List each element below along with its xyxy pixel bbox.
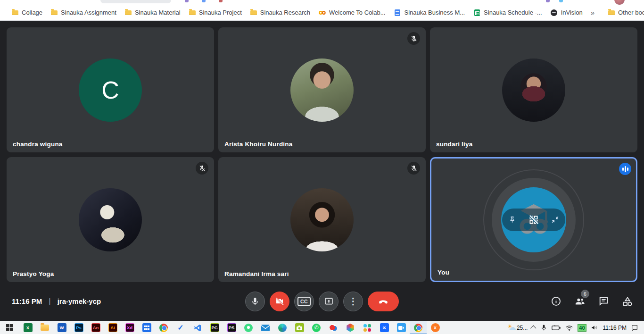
tile-sundari-liya[interactable]: sundari liya — [430, 27, 637, 152]
bookmark-sinauka-research[interactable]: Sinauka Research — [246, 7, 314, 19]
meet-control-bar: 11:16 PM | jra-ymek-ycp CC ⋮ — [0, 282, 644, 321]
taskbar-pycharm[interactable]: PC — [206, 321, 223, 334]
microphone-button[interactable] — [245, 292, 265, 311]
taskbar-chrome[interactable] — [155, 321, 172, 334]
other-bookmarks[interactable]: Other bookmarks — [604, 7, 644, 19]
start-button[interactable] — [0, 321, 19, 334]
chevron-up-icon — [530, 326, 537, 332]
bookmark-sinauka-project[interactable]: Sinauka Project — [185, 7, 246, 19]
tile-you[interactable]: You — [430, 157, 637, 282]
folder-icon — [189, 10, 196, 15]
action-center-button[interactable] — [631, 324, 638, 331]
participants-button[interactable]: 6 — [574, 295, 586, 308]
bookmark-label: Other bookmarks — [618, 9, 644, 16]
bookmark-sinauka-schedule[interactable]: Sinauka Schedule -... — [469, 7, 546, 19]
taskbar-oc-app[interactable]: ∝ — [376, 321, 393, 334]
audio-activity-indicator — [619, 163, 631, 175]
chrome-icon — [159, 324, 168, 332]
file-explorer-icon — [41, 325, 49, 331]
taskbar-slack[interactable] — [359, 321, 376, 334]
tile-chandra-wiguna[interactable]: C chandra wiguna — [7, 27, 214, 152]
bookmark-collage[interactable]: Collage — [8, 7, 47, 19]
minimize-tile-icon[interactable] — [551, 215, 560, 224]
taskbar-xampp[interactable]: X — [427, 321, 444, 334]
captions-button[interactable]: CC — [294, 292, 314, 311]
taskbar-bird-app[interactable] — [325, 321, 342, 334]
taskbar-file-explorer[interactable] — [36, 321, 53, 334]
taskbar-vscode[interactable] — [189, 321, 206, 334]
taskbar-video-app[interactable] — [393, 321, 410, 334]
bookmarks-overflow-chevron[interactable]: » — [587, 8, 598, 17]
present-button[interactable] — [319, 292, 339, 311]
tray-wifi[interactable] — [565, 325, 573, 331]
taskbar-illustrator[interactable]: Ai — [104, 321, 121, 334]
pin-tile-icon[interactable] — [508, 215, 517, 224]
leave-call-button[interactable] — [368, 292, 399, 311]
animate-icon: An — [91, 323, 100, 332]
taskbar-excel[interactable]: X — [19, 321, 36, 334]
extension-icon[interactable] — [202, 0, 206, 2]
oc-app-icon: ∝ — [380, 323, 389, 332]
tile-prastyo-yoga[interactable]: Prastyo Yoga — [7, 157, 214, 282]
taskbar-calendar[interactable] — [138, 321, 155, 334]
activities-button[interactable] — [621, 295, 634, 308]
tray-overflow-button[interactable] — [532, 326, 536, 330]
folder-icon — [250, 10, 257, 15]
address-bar-fragment[interactable] — [100, 0, 171, 3]
action-center-icon — [631, 324, 638, 331]
weather-widget[interactable]: ☀☁ 25... — [507, 324, 528, 332]
phpstorm-icon: PS — [227, 323, 236, 332]
bookmark-colab[interactable]: Welcome To Colab... — [314, 7, 389, 19]
tile-arista-khoiru-nurdina[interactable]: Arista Khoiru Nurdina — [218, 27, 426, 152]
taskbar-photoshop[interactable]: Ps — [70, 321, 87, 334]
taskbar-chrome-active[interactable] — [410, 321, 427, 334]
browser-profile-avatar[interactable] — [614, 0, 625, 5]
extension-icon[interactable] — [559, 0, 563, 2]
taskbar-todo[interactable]: ✓ — [172, 321, 189, 334]
meeting-clock: 11:16 PM — [12, 297, 42, 305]
extension-icon[interactable] — [219, 0, 223, 2]
bookmark-sinauka-business[interactable]: Sinauka Business M... — [389, 7, 469, 19]
avatar — [290, 58, 354, 122]
mic-muted-icon — [196, 162, 208, 175]
taskbar-whatsapp[interactable]: ✆ — [308, 321, 325, 334]
meeting-details-button[interactable] — [550, 295, 562, 307]
video-app-icon — [397, 323, 406, 332]
taskbar-phpstorm[interactable]: PS — [223, 321, 240, 334]
taskbar-edge[interactable] — [274, 321, 291, 334]
pycharm-icon: PC — [210, 323, 219, 332]
taskbar-clock[interactable]: 11:16 PM — [603, 325, 627, 331]
taskbar-camera-green[interactable] — [291, 321, 308, 334]
more-options-button[interactable]: ⋮ — [343, 292, 363, 311]
taskbar-android-app[interactable] — [240, 321, 257, 334]
taskbar-hexagon-app[interactable] — [342, 321, 359, 334]
tray-battery[interactable] — [552, 325, 561, 331]
chat-button[interactable] — [598, 295, 610, 307]
taskbar-animate[interactable]: An — [87, 321, 104, 334]
folder-icon — [12, 10, 18, 15]
hide-tile-icon[interactable] — [528, 214, 540, 226]
info-icon — [550, 295, 562, 307]
meeting-info: 11:16 PM | jra-ymek-ycp — [12, 297, 101, 306]
folder-icon — [51, 10, 58, 15]
avatar — [502, 58, 565, 122]
extension-icon[interactable] — [185, 0, 189, 2]
mic-muted-icon — [407, 162, 420, 175]
bookmark-label: Collage — [22, 9, 42, 16]
extension-icon[interactable] — [546, 0, 550, 2]
bookmark-sinauka-material[interactable]: Sinauka Material — [121, 7, 185, 19]
taskbar-word[interactable]: W — [53, 321, 70, 334]
tile-ramandani-irma-sari[interactable]: Ramandani Irma sari — [218, 157, 426, 282]
taskbar-mail[interactable] — [257, 321, 274, 334]
bookmark-sinauka-assignment[interactable]: Sinauka Assignment — [47, 7, 121, 19]
camera-off-button[interactable] — [270, 292, 289, 311]
bookmark-invision[interactable]: InVision — [546, 7, 587, 19]
taskbar-adobe-xd[interactable]: Xd — [121, 321, 138, 334]
bookmark-label: Sinauka Material — [135, 9, 181, 16]
battery-percent-badge[interactable]: 40 — [578, 324, 586, 332]
mic-muted-icon — [407, 32, 420, 45]
tray-volume[interactable] — [591, 324, 599, 331]
tray-microphone[interactable] — [540, 324, 547, 331]
browser-chrome: Collage Sinauka Assignment Sinauka Mater… — [0, 0, 644, 21]
captions-icon: CC — [297, 297, 310, 306]
